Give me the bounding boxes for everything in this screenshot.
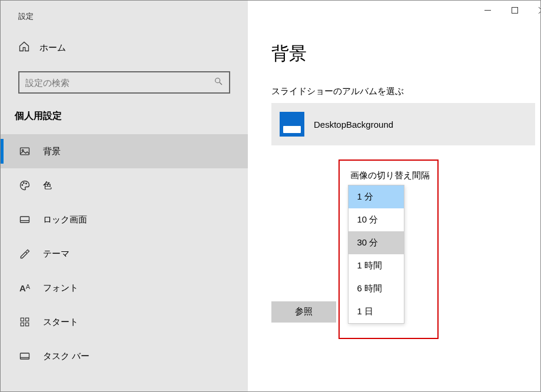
sidebar-item-taskbar[interactable]: タスク バー	[1, 339, 248, 373]
sidebar-item-themes[interactable]: テーマ	[1, 237, 248, 271]
interval-option[interactable]: 30 分	[349, 231, 404, 254]
interval-option[interactable]: 1 日	[349, 300, 404, 323]
nav-list: 背景 色 ロック画面 テーマ AA フォント スタート タスク バー	[1, 128, 248, 373]
sidebar-item-label: フォント	[43, 283, 78, 294]
lock-screen-icon	[18, 214, 31, 225]
interval-option[interactable]: 6 時間	[349, 277, 404, 300]
app-title: 設定	[1, 1, 248, 22]
section-header: 個人用設定	[1, 110, 248, 128]
font-icon: AA	[18, 283, 31, 293]
svg-point-4	[22, 184, 23, 185]
sidebar-item-label: 色	[43, 180, 52, 191]
svg-rect-11	[26, 323, 29, 326]
svg-rect-2	[21, 148, 29, 155]
svg-point-6	[26, 183, 27, 184]
svg-rect-15	[512, 7, 517, 13]
interval-option[interactable]: 1 時間	[349, 254, 404, 277]
content: 背景 スライドショーのアルバムを選ぶ DesktopBackground 参照 …	[248, 1, 541, 391]
album-name: DesktopBackground	[314, 119, 393, 129]
highlight-annotation: 画像の切り替え間隔 1 分 10 分 30 分 1 時間 6 時間 1 日	[338, 160, 439, 339]
maximize-button[interactable]	[501, 1, 528, 19]
interval-dropdown[interactable]: 1 分 10 分 30 分 1 時間 6 時間 1 日	[348, 185, 404, 324]
svg-rect-12	[21, 353, 29, 359]
sidebar-item-start[interactable]: スタート	[1, 305, 248, 339]
svg-rect-9	[26, 318, 29, 321]
search-input[interactable]	[18, 71, 230, 94]
page-title: 背景	[271, 42, 535, 66]
theme-icon	[18, 248, 31, 260]
album-card[interactable]: DesktopBackground	[271, 103, 535, 145]
taskbar-icon	[18, 350, 31, 362]
sidebar: 設定 ホーム 個人用設定 背景 色 ロック画面 テーマ AA	[1, 1, 248, 391]
image-icon	[18, 145, 31, 157]
browse-button[interactable]: 参照	[271, 301, 336, 323]
svg-rect-10	[21, 323, 24, 326]
sidebar-item-label: スタート	[43, 317, 78, 328]
folder-icon	[280, 112, 304, 137]
sidebar-item-label: ロック画面	[43, 214, 87, 225]
home-label: ホーム	[39, 42, 66, 54]
sidebar-item-lockscreen[interactable]: ロック画面	[1, 202, 248, 237]
album-label: スライドショーのアルバムを選ぶ	[271, 86, 535, 97]
search-field[interactable]	[25, 78, 214, 88]
svg-line-1	[220, 82, 222, 85]
interval-option[interactable]: 10 分	[349, 208, 404, 231]
home-button[interactable]: ホーム	[1, 22, 248, 71]
interval-label: 画像の切り替え間隔	[350, 170, 427, 181]
search-icon	[214, 77, 223, 88]
sidebar-item-background[interactable]: 背景	[1, 134, 248, 168]
sidebar-item-label: 背景	[43, 146, 61, 157]
minimize-button[interactable]	[474, 1, 501, 19]
sidebar-item-label: タスク バー	[43, 351, 89, 362]
title-bar	[248, 1, 541, 24]
svg-point-5	[24, 182, 25, 184]
home-icon	[18, 41, 30, 55]
start-icon	[18, 317, 31, 327]
sidebar-item-colors[interactable]: 色	[1, 168, 248, 202]
svg-point-0	[215, 78, 220, 83]
interval-option[interactable]: 1 分	[349, 185, 404, 208]
palette-icon	[18, 180, 31, 191]
sidebar-item-fonts[interactable]: AA フォント	[1, 271, 248, 305]
svg-rect-7	[21, 217, 29, 222]
close-button[interactable]	[528, 1, 541, 19]
sidebar-item-label: テーマ	[43, 248, 69, 260]
svg-rect-8	[21, 318, 24, 321]
